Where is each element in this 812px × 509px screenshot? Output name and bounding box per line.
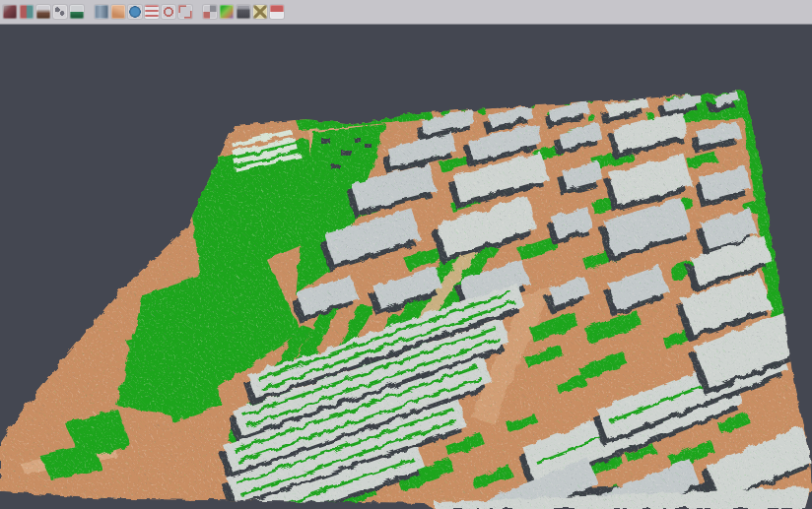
scalar-fields-icon[interactable] xyxy=(145,5,159,19)
3d-viewport[interactable] xyxy=(0,26,812,509)
terrain-icon[interactable] xyxy=(36,5,50,19)
primitive-icon[interactable] xyxy=(95,5,108,19)
sphere-tool-icon[interactable] xyxy=(162,5,175,19)
toolbar xyxy=(0,0,812,25)
classification-icon[interactable] xyxy=(220,5,234,19)
cross-delete-icon[interactable] xyxy=(253,5,267,19)
crop-icon[interactable] xyxy=(178,5,192,19)
camera-icon[interactable] xyxy=(237,5,250,19)
application-window xyxy=(0,0,812,509)
point-picking-icon[interactable] xyxy=(53,5,67,19)
mesh-icon[interactable] xyxy=(70,5,84,19)
globe-icon[interactable] xyxy=(128,5,142,19)
raster-icon[interactable] xyxy=(203,5,217,19)
clipping-box-icon[interactable] xyxy=(111,5,125,19)
open-file-icon[interactable] xyxy=(3,5,17,19)
save-icon[interactable] xyxy=(20,5,34,19)
flag-icon[interactable] xyxy=(270,5,284,19)
point-cloud-scene[interactable] xyxy=(0,26,812,509)
